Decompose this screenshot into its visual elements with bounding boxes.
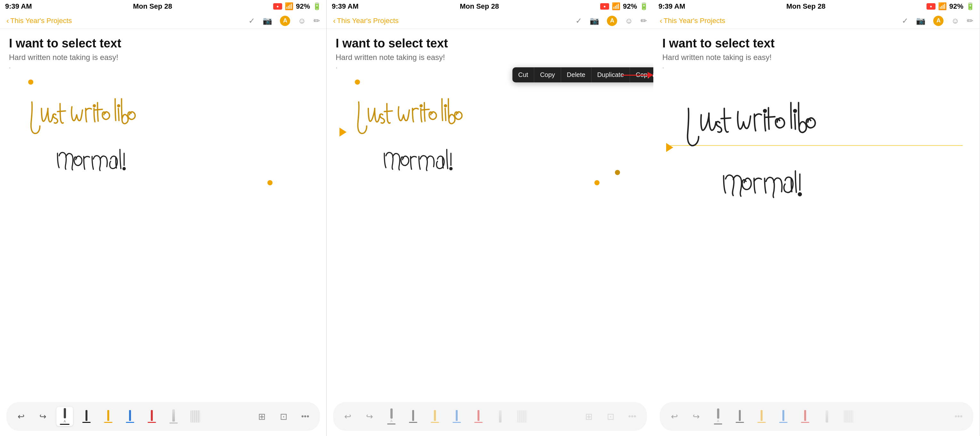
handwriting-area-3[interactable] bbox=[662, 76, 971, 269]
wifi-icon-1: 📶 bbox=[285, 2, 293, 11]
context-delete[interactable]: Delete bbox=[561, 67, 592, 82]
svg-point-5 bbox=[450, 168, 452, 170]
undo-btn-1[interactable]: ↩ bbox=[13, 407, 29, 426]
pen-black-btn-3[interactable] bbox=[732, 407, 748, 426]
pen-a-tool-1: A bbox=[58, 408, 72, 425]
toolbar-3: ↩ ↪ A bbox=[660, 402, 973, 431]
redo-btn-1[interactable]: ↪ bbox=[35, 407, 51, 426]
note-dot-1: · bbox=[9, 64, 317, 71]
handwriting-svg-3 bbox=[662, 76, 971, 269]
compose-icon-3[interactable]: ✏ bbox=[967, 16, 973, 26]
emoji-icon-2[interactable]: ☺ bbox=[625, 16, 633, 26]
svg-point-3 bbox=[420, 105, 422, 107]
nav-right-2: ✓ 📷 A ☺ ✏ bbox=[576, 16, 647, 26]
more-btn-2[interactable]: ••• bbox=[624, 407, 641, 426]
camera-icon-1[interactable]: 📷 bbox=[262, 16, 272, 26]
pen-gold-btn-1[interactable] bbox=[100, 407, 116, 426]
nav-right-3: ✓ 📷 A ☺ ✏ bbox=[902, 16, 973, 26]
more-btn-1[interactable]: ••• bbox=[297, 407, 313, 426]
checkmark-icon-1[interactable]: ✓ bbox=[248, 16, 255, 26]
note-subtitle-2: Hard written note taking is easy! bbox=[336, 53, 644, 62]
grid-btn-2[interactable]: ⊞ bbox=[580, 407, 597, 426]
handwriting-svg-1 bbox=[9, 76, 317, 236]
emoji-icon-3[interactable]: ☺ bbox=[951, 16, 959, 26]
avatar-icon-3[interactable]: A bbox=[933, 16, 943, 26]
redo-btn-3[interactable]: ↪ bbox=[688, 407, 705, 426]
dnd-icon-1: ● bbox=[273, 3, 282, 10]
red-arrow-head-2 bbox=[648, 72, 653, 78]
back-label-2[interactable]: This Year's Projects bbox=[337, 17, 399, 25]
nav-left-2[interactable]: ‹ This Year's Projects bbox=[333, 16, 399, 26]
pencil-btn-2[interactable] bbox=[492, 407, 509, 426]
emoji-icon-1[interactable]: ☺ bbox=[298, 16, 306, 26]
nav-left-1[interactable]: ‹ This Year's Projects bbox=[6, 16, 72, 26]
status-right-1: ● 📶 92% 🔋 bbox=[273, 2, 321, 11]
back-label-3[interactable]: This Year's Projects bbox=[663, 17, 725, 25]
pen-a-btn-1[interactable]: A bbox=[56, 407, 73, 426]
handwriting-svg-2 bbox=[336, 76, 644, 236]
dnd-icon-3: ● bbox=[926, 3, 935, 10]
svg-point-7 bbox=[764, 110, 766, 112]
pen-a-btn-2[interactable]: A bbox=[383, 407, 400, 426]
battery-1: 92% bbox=[296, 2, 310, 11]
avatar-icon-1[interactable]: A bbox=[280, 16, 290, 26]
status-time-2: 9:39 AM bbox=[332, 2, 359, 11]
grid-btn-1[interactable]: ⊞ bbox=[253, 407, 270, 426]
pen-gold-btn-3[interactable] bbox=[753, 407, 770, 426]
pen-blue-btn-3[interactable] bbox=[775, 407, 792, 426]
back-chevron-2[interactable]: ‹ bbox=[333, 16, 336, 26]
ruler-btn-2[interactable] bbox=[514, 407, 530, 426]
photo-btn-2[interactable]: ⊡ bbox=[602, 407, 619, 426]
svg-point-1 bbox=[118, 105, 120, 107]
handwriting-area-1[interactable] bbox=[9, 76, 317, 236]
back-label-1[interactable]: This Year's Projects bbox=[10, 17, 72, 25]
note-subtitle-3: Hard written note taking is easy! bbox=[662, 53, 971, 62]
pencil-btn-3[interactable] bbox=[819, 407, 835, 426]
more-icon-1: ••• bbox=[301, 412, 309, 421]
compose-icon-2[interactable]: ✏ bbox=[641, 16, 647, 26]
undo-btn-2[interactable]: ↩ bbox=[339, 407, 356, 426]
note-content-2: I want to select text Hard written note … bbox=[327, 29, 653, 397]
svg-point-2 bbox=[123, 168, 125, 170]
ruler-btn-1[interactable] bbox=[187, 407, 204, 426]
more-btn-3[interactable]: ••• bbox=[950, 407, 967, 426]
back-chevron-1[interactable]: ‹ bbox=[6, 16, 9, 26]
nav-left-3[interactable]: ‹ This Year's Projects bbox=[660, 16, 725, 26]
context-cut[interactable]: Cut bbox=[512, 67, 534, 82]
nav-bar-2: ‹ This Year's Projects ✓ 📷 A ☺ ✏ bbox=[327, 13, 653, 29]
pen-red-btn-1[interactable] bbox=[143, 407, 160, 426]
ruler-btn-3[interactable] bbox=[840, 407, 857, 426]
photo-btn-1[interactable]: ⊡ bbox=[275, 407, 292, 426]
status-date-3: Mon Sep 28 bbox=[786, 2, 825, 11]
checkmark-icon-2[interactable]: ✓ bbox=[576, 16, 582, 26]
undo-btn-3[interactable]: ↩ bbox=[666, 407, 683, 426]
pen-blue-btn-2[interactable] bbox=[449, 407, 465, 426]
back-chevron-3[interactable]: ‹ bbox=[660, 16, 662, 26]
note-title-3: I want to select text bbox=[662, 37, 971, 50]
checkmark-icon-3[interactable]: ✓ bbox=[902, 16, 908, 26]
pen-red-btn-3[interactable] bbox=[797, 407, 813, 426]
avatar-icon-2[interactable]: A bbox=[607, 16, 617, 26]
note-content-3: I want to select text Hard written note … bbox=[653, 29, 980, 402]
pen-blue-btn-1[interactable] bbox=[122, 407, 138, 426]
note-subtitle-1: Hard written note taking is easy! bbox=[9, 53, 317, 62]
redo-btn-2[interactable]: ↪ bbox=[361, 407, 378, 426]
pen-black-btn-2[interactable] bbox=[405, 407, 422, 426]
svg-point-8 bbox=[794, 110, 797, 112]
nav-bar-1: ‹ This Year's Projects ✓ 📷 A ☺ ✏ bbox=[0, 13, 326, 29]
camera-icon-2[interactable]: 📷 bbox=[590, 16, 599, 26]
pen-black-tool-1 bbox=[80, 410, 93, 423]
pen-a-btn-3[interactable]: A bbox=[710, 407, 726, 426]
pen-red-btn-2[interactable] bbox=[470, 407, 487, 426]
context-copy[interactable]: Copy bbox=[534, 67, 561, 82]
pen-black-btn-1[interactable] bbox=[78, 407, 95, 426]
note-dot-3: · bbox=[662, 64, 971, 71]
panel-2: 9:39 AM Mon Sep 28 ● 📶 92% 🔋 ‹ This Year… bbox=[327, 0, 653, 436]
camera-icon-3[interactable]: 📷 bbox=[916, 16, 926, 26]
nav-right-1: ✓ 📷 A ☺ ✏ bbox=[248, 16, 320, 26]
handwriting-area-2[interactable] bbox=[336, 76, 644, 236]
panel-1: 9:39 AM Mon Sep 28 ● 📶 92% 🔋 ‹ This Year… bbox=[0, 0, 327, 436]
pen-gold-btn-2[interactable] bbox=[426, 407, 443, 426]
pencil-btn-1[interactable] bbox=[165, 407, 182, 426]
compose-icon-1[interactable]: ✏ bbox=[313, 16, 320, 26]
